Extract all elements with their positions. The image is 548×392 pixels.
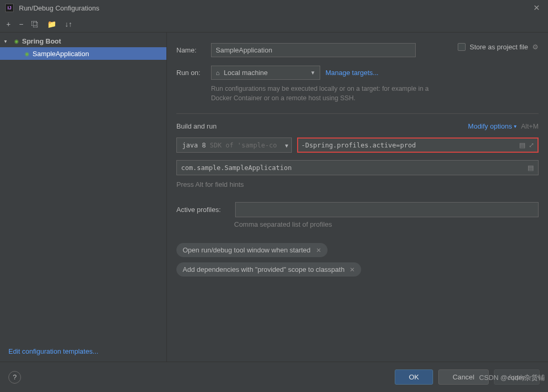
chip-open-tool-window[interactable]: Open run/debug tool window when started … [176,243,328,257]
config-form: Store as project file ⚙ Name: Run on: ⌂ … [167,33,548,362]
divider [176,113,539,114]
tree-group-spring-boot[interactable]: ▾ ◉ Spring Boot [0,35,166,47]
store-label: Store as project file [470,43,528,51]
run-on-label: Run on: [176,69,206,77]
apply-button[interactable]: Apply [494,369,540,385]
run-on-value: Local machine [224,69,268,77]
store-as-project-file[interactable]: Store as project file ⚙ [458,43,539,51]
copy-icon[interactable]: ⿻ [31,20,39,28]
chip-add-dependencies[interactable]: Add dependencies with "provided" scope t… [176,262,361,277]
name-input[interactable] [211,43,416,57]
run-on-dropdown[interactable]: ⌂ Local machine ▼ [211,66,320,80]
home-icon: ⌂ [216,69,219,77]
modify-shortcut: Alt+M [521,122,539,130]
modify-options-link[interactable]: Modify options ▾ [468,122,517,130]
active-profiles-input[interactable] [235,202,539,217]
chevron-down-icon: ▼ [310,70,315,76]
profiles-hint: Comma separated list of profiles [234,220,539,228]
expand-icon[interactable]: ⤢ [529,141,534,149]
titlebar: IJ Run/Debug Configurations ✕ [0,0,548,16]
vm-options-input[interactable] [301,141,516,149]
spring-boot-icon: ◉ [13,37,20,45]
chevron-down-icon: ▼ [285,142,288,148]
main-class-field[interactable]: ▤ [176,160,539,175]
sdk-placeholder: SDK of 'sample-co [210,141,277,149]
remove-icon[interactable]: − [19,20,23,28]
close-icon[interactable]: ✕ [531,3,543,13]
run-on-hint: Run configurations may be executed local… [211,84,431,103]
cancel-button[interactable]: Cancel [438,369,489,385]
build-run-title: Build and run [176,122,217,130]
spring-boot-icon: ◉ [23,50,30,57]
chip-label: Open run/debug tool window when started [183,246,311,254]
field-hint: Press Alt for field hints [176,181,539,188]
chevron-down-icon: ▾ [514,123,517,129]
tree-group-label: Spring Boot [22,37,61,45]
tree-item-sampleapplication[interactable]: ◉ SampleApplication [0,47,166,60]
tree-item-label: SampleApplication [33,50,89,58]
dialog-footer: ? OK Cancel Apply [0,362,548,392]
config-tree-panel: ▾ ◉ Spring Boot ◉ SampleApplication Edit… [0,33,167,362]
toolbar: + − ⿻ 📁 ↓↑ [0,16,548,33]
name-label: Name: [176,46,206,54]
clipboard-icon[interactable]: ▤ [528,164,534,172]
clipboard-icon[interactable]: ▤ [519,141,525,149]
main-class-input[interactable] [181,164,524,172]
sort-icon[interactable]: ↓↑ [65,20,72,28]
dialog-title: Run/Debug Configurations [19,4,531,12]
close-icon[interactable]: ✕ [316,247,321,254]
add-icon[interactable]: + [6,20,10,28]
save-folder-icon[interactable]: 📁 [47,20,56,28]
sdk-dropdown[interactable]: java 8 SDK of 'sample-co ▼ [176,137,292,153]
active-profiles-label: Active profiles: [176,206,229,214]
modify-options-label: Modify options [468,122,512,130]
vm-options-field[interactable]: ▤ ⤢ [297,137,539,153]
chevron-down-icon: ▾ [4,38,10,44]
edit-templates-link[interactable]: Edit configuration templates... [0,341,166,362]
manage-targets-link[interactable]: Manage targets... [325,69,378,77]
ok-button[interactable]: OK [395,369,433,385]
chip-label: Add dependencies with "provided" scope t… [183,266,344,273]
help-button[interactable]: ? [8,371,21,384]
close-icon[interactable]: ✕ [350,266,355,273]
store-checkbox[interactable] [458,43,466,51]
app-icon: IJ [5,4,14,12]
sdk-prefix: java 8 [182,141,210,149]
gear-icon[interactable]: ⚙ [532,43,539,51]
